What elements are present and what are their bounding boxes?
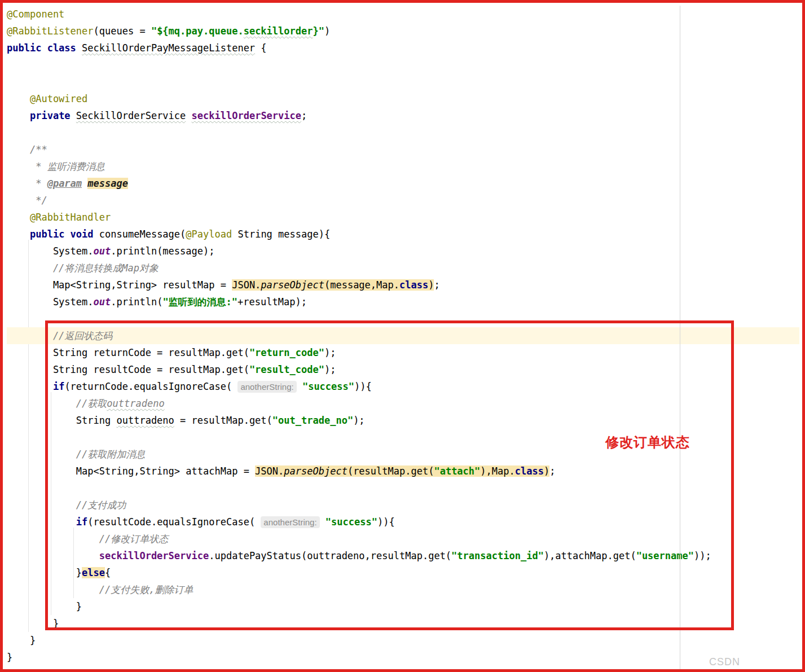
- code-token[interactable]: public class: [7, 42, 82, 54]
- code-token[interactable]: outtradeno: [116, 415, 174, 426]
- code-token[interactable]: * 监听消费消息: [7, 161, 105, 172]
- code-token[interactable]: @Payload: [186, 229, 232, 240]
- code-token[interactable]: (queues =: [94, 25, 151, 37]
- code-token[interactable]: ),attachMap.get(: [544, 550, 636, 561]
- code-token[interactable]: //将消息转换成Map对象: [7, 262, 159, 274]
- code-token[interactable]: ): [428, 279, 434, 291]
- code-token[interactable]: [297, 381, 302, 392]
- code-line[interactable]: * 监听消费消息: [7, 158, 799, 175]
- code-line[interactable]: }else{: [7, 564, 799, 581]
- code-token[interactable]: [7, 381, 53, 392]
- code-token[interactable]: "attach": [434, 465, 480, 477]
- code-token[interactable]: )){: [354, 381, 372, 392]
- code-token[interactable]: @Autowired: [7, 93, 87, 104]
- code-token[interactable]: private: [30, 110, 76, 121]
- parameter-hint-chip[interactable]: anotherString:: [237, 381, 296, 393]
- code-token[interactable]: ;: [434, 279, 439, 291]
- code-token[interactable]: @RabbitHandler: [7, 212, 111, 223]
- code-line[interactable]: Map<String,String> attachMap = JSON.pars…: [7, 463, 799, 480]
- code-line[interactable]: @RabbitListener(queues = "${mq.pay.queue…: [7, 23, 799, 39]
- code-token[interactable]: String returnCode = resultMap.get(: [7, 347, 249, 358]
- code-token[interactable]: )){: [377, 516, 395, 528]
- code-token[interactable]: );: [353, 415, 364, 426]
- code-token[interactable]: .println(message);: [111, 245, 214, 257]
- code-token[interactable]: (returnCode.equalsIgnoreCase(: [64, 381, 237, 392]
- code-token[interactable]: //支付成功: [7, 499, 126, 511]
- code-line[interactable]: if(resultCode.equalsIgnoreCase( anotherS…: [7, 513, 799, 530]
- code-token[interactable]: public void: [30, 229, 99, 240]
- code-token[interactable]: .updatePayStatus(outtradeno,resultMap.ge…: [209, 550, 451, 561]
- code-token[interactable]: }: [7, 567, 82, 578]
- code-line[interactable]: //将消息转换成Map对象: [7, 260, 799, 276]
- code-token[interactable]: //修改订单状态: [7, 533, 168, 544]
- code-token[interactable]: [82, 178, 87, 189]
- code-token[interactable]: }: [7, 635, 36, 646]
- code-token[interactable]: JSON.: [255, 465, 284, 477]
- code-token[interactable]: message: [87, 178, 128, 189]
- parameter-hint-chip[interactable]: anotherString:: [261, 516, 319, 528]
- code-line[interactable]: [7, 73, 799, 90]
- code-token[interactable]: else: [82, 567, 105, 578]
- code-token[interactable]: {: [255, 42, 266, 54]
- code-line[interactable]: public class SeckillOrderPayMessageListe…: [7, 39, 799, 56]
- code-line[interactable]: if(returnCode.equalsIgnoreCase( anotherS…: [7, 378, 799, 395]
- code-token[interactable]: System.: [7, 296, 94, 308]
- code-token[interactable]: consumeMessage(: [99, 229, 186, 240]
- code-token[interactable]: class: [515, 465, 544, 477]
- code-token[interactable]: out: [94, 296, 111, 308]
- code-line[interactable]: [7, 124, 799, 141]
- code-line[interactable]: [7, 56, 799, 73]
- code-token[interactable]: ): [324, 25, 330, 37]
- code-token[interactable]: @Component: [7, 8, 64, 20]
- code-token[interactable]: "out_trade_no": [272, 415, 353, 426]
- code-token[interactable]: @param: [47, 178, 82, 189]
- code-token[interactable]: JSON.: [232, 279, 261, 291]
- code-token[interactable]: SeckillOrderPayMessageListener: [82, 42, 255, 54]
- code-token[interactable]: "success": [302, 381, 354, 392]
- code-token[interactable]: [7, 229, 30, 240]
- code-token[interactable]: //支付失败,删除订单: [7, 584, 193, 595]
- code-line[interactable]: //获取outtradeno: [7, 395, 799, 412]
- code-token[interactable]: [7, 110, 30, 121]
- code-line[interactable]: @Component: [7, 6, 799, 23]
- code-line[interactable]: @Autowired: [7, 90, 799, 107]
- code-token[interactable]: = resultMap.get(: [174, 415, 272, 426]
- code-token[interactable]: System.: [7, 245, 94, 257]
- code-token[interactable]: SeckillOrderService: [76, 110, 186, 121]
- code-line[interactable]: String resultCode = resultMap.get("resul…: [7, 361, 799, 378]
- code-token[interactable]: String resultCode = resultMap.get(: [7, 364, 249, 375]
- code-line[interactable]: */: [7, 192, 799, 209]
- code-line[interactable]: [7, 310, 799, 327]
- code-token[interactable]: (resultMap.get(: [347, 465, 434, 477]
- code-line[interactable]: }: [7, 615, 799, 632]
- code-token[interactable]: (message,Map.: [324, 279, 399, 291]
- code-line[interactable]: //支付成功: [7, 497, 799, 513]
- code-token[interactable]: "transaction_id": [451, 550, 544, 561]
- code-token[interactable]: //返回状态码: [7, 330, 112, 341]
- code-token[interactable]: [186, 110, 191, 121]
- code-token[interactable]: seckillOrderService: [99, 550, 209, 561]
- code-token[interactable]: );: [324, 347, 336, 358]
- code-token[interactable]: +resultMap);: [237, 296, 307, 308]
- code-line[interactable]: //支付失败,删除订单: [7, 581, 799, 598]
- code-token[interactable]: String: [7, 415, 116, 426]
- code-token[interactable]: *: [7, 178, 47, 189]
- code-token[interactable]: @RabbitListener: [7, 25, 94, 37]
- code-token[interactable]: Map<String,String> attachMap =: [7, 465, 255, 477]
- code-token[interactable]: ;: [301, 110, 307, 121]
- code-token[interactable]: [320, 516, 325, 528]
- code-token[interactable]: seckillorder: [244, 25, 313, 37]
- code-line[interactable]: }: [7, 632, 799, 649]
- code-token[interactable]: "监听到的消息:": [162, 296, 237, 308]
- code-token[interactable]: {: [105, 567, 111, 578]
- code-token[interactable]: class: [399, 279, 428, 291]
- code-token[interactable]: String message){: [232, 229, 330, 240]
- code-line[interactable]: public void consumeMessage(@Payload Stri…: [7, 226, 799, 243]
- code-token[interactable]: .println(: [111, 296, 162, 308]
- code-token[interactable]: "result_code": [249, 364, 324, 375]
- code-token[interactable]: "username": [636, 550, 694, 561]
- code-token[interactable]: outtradeno: [107, 398, 164, 409]
- code-token[interactable]: }: [7, 652, 12, 663]
- code-token[interactable]: out: [94, 245, 111, 257]
- code-line[interactable]: //返回状态码: [7, 327, 799, 344]
